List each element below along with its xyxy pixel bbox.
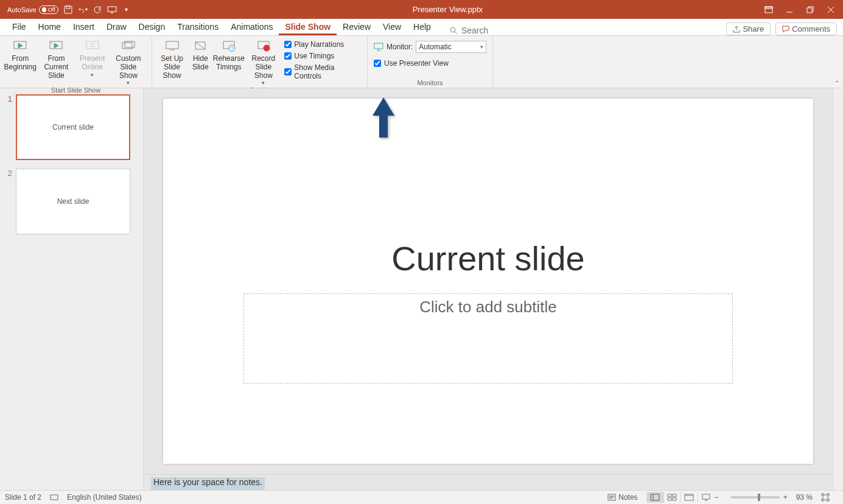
svg-rect-20 — [51, 495, 58, 500]
svg-rect-13 — [166, 41, 178, 49]
notes-icon — [607, 494, 616, 501]
from-beginning-button[interactable]: From Beginning — [4, 38, 37, 72]
notes-text[interactable]: Here is your space for notes. — [151, 477, 265, 490]
monitor-label: Monitor: — [387, 43, 413, 51]
svg-rect-9 — [86, 41, 99, 49]
ribbon: From Beginning From Current Slide Presen… — [0, 36, 843, 88]
monitor-select[interactable]: Automatic ▾ — [416, 41, 486, 53]
menu-design[interactable]: Design — [133, 19, 172, 35]
menu-help[interactable]: Help — [407, 19, 437, 35]
language-status[interactable]: English (United States) — [67, 493, 142, 502]
svg-rect-5 — [807, 8, 812, 13]
menu-insert[interactable]: Insert — [67, 19, 100, 35]
title-bar: AutoSave Off ▾ ▾ Presenter View.pptx — [0, 0, 843, 19]
share-button[interactable]: Share — [726, 23, 771, 35]
slide-thumbnails-panel: 1 Current slide 2 Next slide — [0, 88, 144, 490]
comments-button[interactable]: Comments — [775, 23, 837, 35]
show-media-checkbox[interactable]: Show Media Controls — [284, 63, 360, 80]
reading-view-button[interactable] — [680, 492, 698, 503]
zoom-out-button[interactable]: − — [715, 493, 719, 502]
svg-rect-2 — [108, 7, 116, 12]
group-label-start: Start Slide Show — [4, 86, 148, 95]
autosave-label: AutoSave — [7, 6, 37, 13]
slide-title[interactable]: Current slide — [163, 239, 813, 278]
play-narrations-checkbox[interactable]: Play Narrations — [284, 40, 360, 49]
slideshow-view-button[interactable] — [698, 492, 715, 503]
menu-review[interactable]: Review — [337, 19, 377, 35]
restore-icon[interactable] — [805, 5, 815, 15]
present-online-button[interactable]: Present Online ▾ — [76, 38, 109, 78]
slide-thumbnail[interactable]: Next slide — [16, 169, 130, 234]
save-icon[interactable] — [63, 5, 73, 15]
present-online-icon — [84, 40, 101, 53]
menu-transitions[interactable]: Transitions — [171, 19, 225, 35]
search-placeholder: Search — [461, 26, 488, 35]
setup-show-button[interactable]: Set Up Slide Show — [156, 38, 188, 80]
record-show-button[interactable]: Record Slide Show ▾ — [245, 38, 282, 86]
fit-to-window-button[interactable] — [821, 493, 830, 502]
svg-rect-4 — [765, 7, 772, 9]
menu-bar: File Home Insert Draw Design Transitions… — [0, 19, 843, 36]
use-presenter-checkbox[interactable]: Use Presenter View — [374, 59, 449, 68]
vertical-scrollbar[interactable] — [833, 88, 843, 490]
chevron-down-icon: ▾ — [91, 72, 94, 78]
hide-slide-button[interactable]: Hide Slide — [188, 38, 212, 72]
svg-rect-29 — [823, 495, 828, 500]
chevron-down-icon: ▾ — [262, 80, 265, 86]
svg-rect-1 — [66, 6, 70, 9]
notes-button[interactable]: Notes — [607, 493, 637, 502]
record-icon — [255, 40, 272, 53]
custom-show-button[interactable]: Custom Slide Show ▾ — [109, 38, 148, 86]
hide-slide-icon — [192, 40, 209, 53]
group-label-monitors: Monitors — [371, 79, 489, 88]
zoom-slider[interactable] — [731, 496, 780, 499]
svg-point-10 — [91, 43, 94, 47]
svg-rect-24 — [673, 494, 676, 497]
zoom-level[interactable]: 93 % — [796, 493, 813, 502]
customize-qat-icon[interactable]: ▾ — [122, 5, 131, 15]
rehearse-button[interactable]: Rehearse Timings — [212, 38, 245, 72]
menu-draw[interactable]: Draw — [100, 19, 133, 35]
sorter-view-button[interactable] — [663, 492, 680, 503]
search-box[interactable]: Search — [449, 26, 488, 35]
chevron-down-icon: ▾ — [127, 80, 130, 86]
setup-show-icon — [164, 40, 181, 53]
present-from-start-icon[interactable] — [107, 5, 117, 15]
slide-thumbnail[interactable]: Current slide — [16, 94, 130, 160]
custom-show-icon — [120, 40, 137, 53]
monitor-icon — [374, 43, 383, 51]
menu-view[interactable]: View — [377, 19, 407, 35]
svg-point-6 — [450, 27, 455, 32]
notes-pane[interactable]: Here is your space for notes. — [144, 474, 833, 490]
menu-animations[interactable]: Animations — [225, 19, 279, 35]
share-icon — [733, 26, 740, 33]
svg-rect-26 — [673, 498, 676, 500]
accessibility-icon[interactable] — [50, 493, 58, 502]
autosave-toggle[interactable]: AutoSave Off — [7, 5, 58, 14]
svg-rect-23 — [668, 494, 671, 497]
autosave-switch[interactable]: Off — [39, 5, 58, 14]
slide-counter[interactable]: Slide 1 of 2 — [5, 493, 41, 502]
slide-canvas[interactable]: Current slide Click to add subtitle — [163, 99, 813, 464]
thumb-number: 1 — [4, 94, 16, 103]
from-current-button[interactable]: From Current Slide — [37, 38, 75, 80]
workspace: 1 Current slide 2 Next slide Current sli… — [0, 88, 843, 490]
menu-home[interactable]: Home — [32, 19, 67, 35]
from-beginning-icon — [12, 40, 29, 53]
svg-rect-28 — [702, 494, 710, 499]
normal-view-button[interactable] — [646, 492, 663, 503]
zoom-in-button[interactable]: + — [783, 493, 788, 502]
ribbon-display-icon[interactable] — [764, 5, 774, 15]
subtitle-placeholder[interactable]: Click to add subtitle — [243, 293, 733, 383]
menu-file[interactable]: File — [6, 19, 32, 35]
minimize-icon[interactable] — [785, 5, 794, 15]
close-icon[interactable] — [826, 5, 836, 15]
collapse-ribbon-icon[interactable]: ⌃ — [834, 80, 839, 86]
use-timings-checkbox[interactable]: Use Timings — [284, 52, 360, 60]
undo-icon[interactable]: ▾ — [78, 5, 88, 15]
rehearse-icon — [220, 40, 237, 53]
repeat-icon[interactable] — [93, 5, 102, 15]
svg-rect-25 — [668, 498, 671, 500]
search-icon — [449, 26, 458, 35]
menu-slide-show[interactable]: Slide Show — [279, 19, 337, 35]
